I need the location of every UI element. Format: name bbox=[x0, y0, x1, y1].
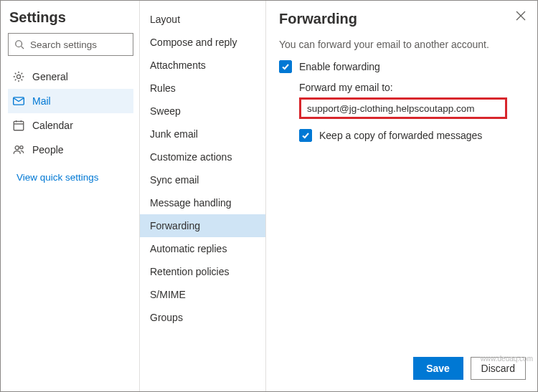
subnav-message-handling[interactable]: Message handling bbox=[140, 191, 265, 214]
close-button[interactable] bbox=[516, 11, 526, 24]
svg-point-9 bbox=[20, 146, 23, 149]
enable-forwarding-label: Enable forwarding bbox=[299, 61, 380, 72]
settings-window: Settings Search settings General Mail bbox=[0, 0, 538, 392]
primary-nav-list: General Mail Calendar People bbox=[8, 64, 133, 162]
svg-point-8 bbox=[15, 146, 19, 150]
subnav-rules[interactable]: Rules bbox=[140, 77, 265, 100]
mail-settings-list: Layout Compose and reply Attachments Rul… bbox=[140, 8, 265, 329]
svg-rect-4 bbox=[14, 121, 24, 130]
settings-title: Settings bbox=[9, 9, 132, 26]
mail-icon bbox=[12, 95, 25, 107]
watermark-text: www.deuaq.com bbox=[481, 355, 533, 363]
close-icon bbox=[516, 11, 526, 21]
forward-to-value: support@jg-clothing.helpscoutapp.com bbox=[307, 103, 475, 114]
nav-item-general[interactable]: General bbox=[8, 64, 133, 89]
subnav-customize-actions[interactable]: Customize actions bbox=[140, 145, 265, 168]
subnav-compose-reply[interactable]: Compose and reply bbox=[140, 31, 265, 54]
nav-label: People bbox=[32, 144, 64, 156]
gear-icon bbox=[12, 70, 25, 83]
keep-copy-label: Keep a copy of forwarded messages bbox=[319, 130, 482, 141]
svg-point-2 bbox=[16, 75, 20, 78]
search-icon bbox=[14, 39, 24, 49]
nav-item-people[interactable]: People bbox=[8, 138, 133, 162]
enable-forwarding-row: Enable forwarding bbox=[279, 60, 526, 73]
nav-label: Calendar bbox=[32, 120, 73, 131]
search-placeholder: Search settings bbox=[30, 39, 97, 50]
detail-panel: Forwarding You can forward your email to… bbox=[266, 1, 537, 391]
subnav-attachments[interactable]: Attachments bbox=[140, 54, 265, 77]
keep-copy-checkbox[interactable] bbox=[299, 129, 312, 142]
nav-label: Mail bbox=[32, 95, 51, 107]
subnav-smime[interactable]: S/MIME bbox=[140, 283, 265, 306]
forward-to-input[interactable]: support@jg-clothing.helpscoutapp.com bbox=[299, 97, 507, 119]
nav-item-calendar[interactable]: Calendar bbox=[8, 113, 133, 138]
panel-title: Forwarding bbox=[279, 11, 357, 27]
subnav-sweep[interactable]: Sweep bbox=[140, 100, 265, 123]
subnav-sync-email[interactable]: Sync email bbox=[140, 168, 265, 191]
panel-description: You can forward your email to another ac… bbox=[279, 39, 526, 50]
subnav-junk-email[interactable]: Junk email bbox=[140, 123, 265, 145]
subnav-groups[interactable]: Groups bbox=[140, 306, 265, 329]
svg-line-1 bbox=[22, 47, 24, 49]
primary-nav-column: Settings Search settings General Mail bbox=[1, 1, 140, 391]
svg-point-0 bbox=[16, 41, 22, 47]
subnav-retention-policies[interactable]: Retention policies bbox=[140, 260, 265, 283]
keep-copy-row: Keep a copy of forwarded messages bbox=[299, 129, 526, 142]
checkmark-icon bbox=[301, 131, 310, 140]
enable-forwarding-checkbox[interactable] bbox=[279, 60, 292, 73]
search-input[interactable]: Search settings bbox=[8, 33, 133, 56]
nav-label: General bbox=[32, 71, 68, 82]
panel-header: Forwarding bbox=[279, 11, 526, 27]
secondary-nav-column: Layout Compose and reply Attachments Rul… bbox=[140, 1, 266, 391]
nav-item-mail[interactable]: Mail bbox=[8, 89, 133, 113]
view-quick-settings-link[interactable]: View quick settings bbox=[8, 172, 133, 183]
subnav-forwarding[interactable]: Forwarding bbox=[140, 214, 265, 237]
forward-to-label: Forward my email to: bbox=[299, 82, 526, 93]
checkmark-icon bbox=[281, 62, 290, 71]
people-icon bbox=[12, 143, 25, 156]
subnav-layout[interactable]: Layout bbox=[140, 8, 265, 31]
save-button[interactable]: Save bbox=[413, 357, 463, 380]
subnav-automatic-replies[interactable]: Automatic replies bbox=[140, 237, 265, 260]
calendar-icon bbox=[12, 119, 25, 132]
